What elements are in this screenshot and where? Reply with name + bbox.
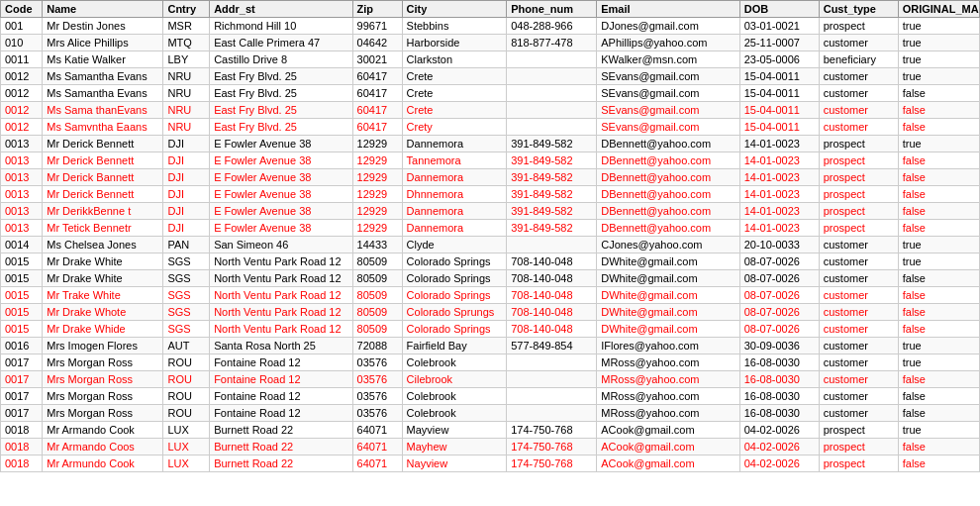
table-cell: 0018	[1, 422, 43, 439]
table-cell: 0015	[1, 304, 43, 321]
table-cell: 0015	[1, 287, 43, 304]
table-cell: Burnett Road 22	[210, 422, 352, 439]
table-cell: Colebrook	[402, 388, 507, 405]
table-cell: 174-750-768	[507, 422, 597, 439]
table-cell: 15-04-0011	[739, 68, 819, 85]
table-cell: 708-140-048	[507, 253, 597, 270]
table-cell: Castillo Drive 8	[210, 51, 352, 68]
table-cell: Ms Samantha Evans	[43, 85, 163, 102]
table-cell: 30-09-0036	[739, 338, 819, 354]
table-cell: 64071	[352, 455, 402, 472]
table-cell: false	[898, 321, 979, 338]
table-cell: 16-08-0030	[739, 388, 819, 405]
table-cell: customer	[819, 405, 898, 422]
table-cell: false	[898, 152, 979, 169]
table-cell: 04642	[352, 35, 402, 51]
table-cell: false	[898, 102, 979, 119]
table-cell: false	[898, 304, 979, 321]
table-cell: Mr Armundo Cook	[43, 455, 163, 472]
table-row: 0018Mr Armundo CookLUXBurnett Road 22640…	[1, 455, 980, 472]
table-cell: Clarkston	[402, 51, 507, 68]
table-cell: East Fry Blvd. 25	[210, 68, 352, 85]
table-cell: SGS	[163, 270, 210, 287]
table-cell: 0015	[1, 253, 43, 270]
table-cell: Fontaine Road 12	[210, 371, 352, 388]
table-cell: Crete	[402, 102, 507, 119]
table-cell: 14-01-0023	[739, 136, 819, 152]
table-cell: Mr Drake Whide	[43, 321, 163, 338]
table-cell: prospect	[819, 455, 898, 472]
table-cell: Mr Armando Cook	[43, 422, 163, 439]
table-row: 0013Mr Derick BennettDJIE Fowler Avenue …	[1, 152, 980, 169]
table-cell	[507, 237, 597, 253]
table-cell: LUX	[163, 422, 210, 439]
table-cell: customer	[819, 270, 898, 287]
table-cell: 0013	[1, 152, 43, 169]
table-row: 0011Ms Katie WalkerLBYCastillo Drive 830…	[1, 51, 980, 68]
table-cell: false	[898, 119, 979, 136]
table-cell: Dannemora	[402, 136, 507, 152]
table-cell: 23-05-0006	[739, 51, 819, 68]
table-row: 0013Mr DerikkBenne tDJIE Fowler Avenue 3…	[1, 203, 980, 220]
table-cell: Mrs Morgan Ross	[43, 371, 163, 388]
table-cell: MRoss@yahoo.com	[597, 371, 739, 388]
table-cell: prospect	[819, 136, 898, 152]
table-cell: IFlores@yahoo.com	[597, 338, 739, 354]
table-cell: 0013	[1, 220, 43, 237]
table-cell: Mr Drake White	[43, 270, 163, 287]
table-cell: 12929	[352, 169, 402, 186]
table-cell: 16-08-0030	[739, 405, 819, 422]
table-cell: 04-02-0026	[739, 455, 819, 472]
table-cell: prospect	[819, 169, 898, 186]
table-cell: 391-849-582	[507, 152, 597, 169]
table-cell	[507, 51, 597, 68]
table-cell: 391-849-582	[507, 186, 597, 203]
table-cell: MRoss@yahoo.com	[597, 354, 739, 371]
table-cell: prospect	[819, 186, 898, 203]
table-row: 0013Mr Derick BennettDJIE Fowler Avenue …	[1, 186, 980, 203]
table-cell: Burnett Road 22	[210, 439, 352, 455]
table-cell: 15-04-0011	[739, 85, 819, 102]
table-cell: 60417	[352, 85, 402, 102]
table-cell: 80509	[352, 321, 402, 338]
table-cell: Fairfield Bay	[402, 338, 507, 354]
table-cell: 0017	[1, 405, 43, 422]
table-cell: true	[898, 422, 979, 439]
table-cell: LUX	[163, 439, 210, 455]
table-cell: 0012	[1, 85, 43, 102]
table-cell: 99671	[352, 18, 402, 35]
header-row: Code Name Cntry Addr_st Zip City Phone_n…	[1, 1, 980, 18]
table-cell: E Fowler Avenue 38	[210, 186, 352, 203]
table-cell: 174-750-768	[507, 455, 597, 472]
table-cell: DBennett@yahoo.com	[597, 152, 739, 169]
table-cell: true	[898, 237, 979, 253]
table-cell: false	[898, 186, 979, 203]
table-cell: NRU	[163, 85, 210, 102]
table-cell: 708-140-048	[507, 270, 597, 287]
table-cell: Mayhew	[402, 439, 507, 455]
header-email: Email	[597, 1, 739, 18]
table-cell: 08-07-0026	[739, 270, 819, 287]
table-cell: customer	[819, 304, 898, 321]
table-cell: true	[898, 35, 979, 51]
header-cntry: Cntry	[163, 1, 210, 18]
table-cell: true	[898, 338, 979, 354]
table-cell: Cilebrook	[402, 371, 507, 388]
table-cell: Mayview	[402, 422, 507, 439]
table-cell: 64071	[352, 422, 402, 439]
table-cell: false	[898, 203, 979, 220]
table-cell: 08-07-0026	[739, 253, 819, 270]
table-cell: DJI	[163, 186, 210, 203]
table-cell: ACook@gmail.com	[597, 455, 739, 472]
table-cell: Dannemora	[402, 169, 507, 186]
table-row: 0015Mr Drake WhiteSGSNorth Ventu Park Ro…	[1, 253, 980, 270]
table-cell: false	[898, 85, 979, 102]
table-cell: 0014	[1, 237, 43, 253]
table-cell: 25-11-0007	[739, 35, 819, 51]
table-cell: 03576	[352, 388, 402, 405]
table-cell: true	[898, 136, 979, 152]
table-cell: CJones@yahoo.com	[597, 237, 739, 253]
header-zip: Zip	[352, 1, 402, 18]
table-cell: East Fry Blvd. 25	[210, 85, 352, 102]
table-cell: E Fowler Avenue 38	[210, 136, 352, 152]
